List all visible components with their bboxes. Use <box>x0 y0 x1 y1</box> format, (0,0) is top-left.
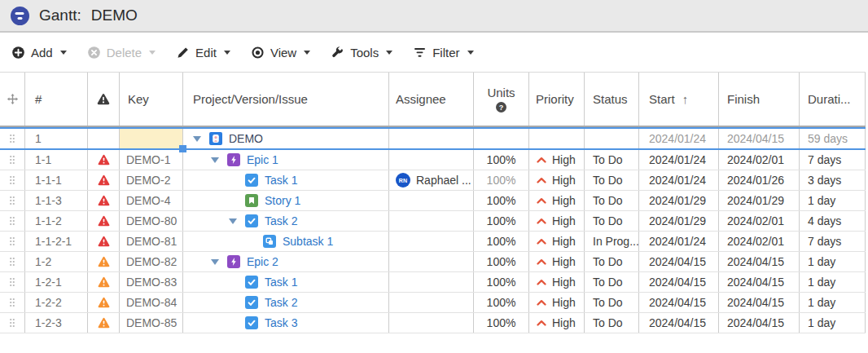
row-drag-handle[interactable] <box>0 129 25 148</box>
column-header-duration[interactable]: Durati... <box>800 73 866 126</box>
warning-cell[interactable] <box>88 150 120 170</box>
start-cell[interactable]: 2024/01/24 <box>639 129 719 148</box>
priority-cell[interactable]: High <box>529 232 585 251</box>
units-cell[interactable] <box>474 129 529 148</box>
finish-cell[interactable]: 2024/02/01 <box>719 232 800 251</box>
collapse-arrow-icon[interactable] <box>229 218 245 224</box>
start-cell[interactable]: 2024/01/24 <box>639 150 719 170</box>
priority-cell[interactable]: High <box>529 272 585 292</box>
key-cell[interactable]: DEMO-84 <box>120 293 183 312</box>
finish-cell[interactable]: 2024/01/29 <box>719 191 800 210</box>
duration-cell[interactable]: 1 day <box>800 252 866 271</box>
issue-link[interactable]: Task 3 <box>265 316 297 329</box>
tools-button[interactable]: Tools <box>331 46 392 60</box>
row-drag-handle[interactable] <box>0 232 25 251</box>
duration-cell[interactable]: 1 day <box>800 313 866 333</box>
issue-cell[interactable]: Task 1 <box>183 272 389 292</box>
row-drag-handle[interactable] <box>0 150 25 170</box>
issue-link[interactable]: Story 1 <box>265 194 300 207</box>
row-drag-handle[interactable] <box>0 272 25 292</box>
units-cell[interactable]: 100% <box>474 232 529 251</box>
status-cell[interactable]: To Do <box>585 170 639 190</box>
priority-cell[interactable] <box>529 129 585 148</box>
assignee-cell[interactable] <box>389 150 474 170</box>
assignee-cell[interactable]: RN Raphael ... <box>389 170 474 190</box>
view-button[interactable]: View <box>251 46 310 60</box>
finish-cell[interactable]: 2024/02/01 <box>719 211 800 231</box>
table-row[interactable]: 1-1-2 DEMO-80 Task 2 100% High To Do 202… <box>0 211 866 232</box>
row-drag-handle[interactable] <box>0 252 25 271</box>
units-cell[interactable]: 100% <box>474 191 529 210</box>
duration-cell[interactable]: 1 day <box>800 272 866 292</box>
row-drag-handle[interactable] <box>0 191 25 210</box>
assignee-cell[interactable] <box>389 272 474 292</box>
duration-cell[interactable]: 7 days <box>800 150 866 170</box>
issue-cell[interactable]: Task 1 <box>183 170 389 190</box>
issue-cell[interactable]: Epic 1 <box>183 150 389 170</box>
assignee-cell[interactable] <box>389 313 474 333</box>
issue-cell[interactable]: Task 2 <box>183 293 389 312</box>
priority-cell[interactable]: High <box>529 313 585 333</box>
key-cell[interactable] <box>120 129 183 148</box>
key-cell[interactable]: DEMO-83 <box>120 272 183 292</box>
finish-cell[interactable]: 2024/04/15 <box>719 252 800 271</box>
start-cell[interactable]: 2024/04/15 <box>639 293 719 312</box>
row-drag-handle[interactable] <box>0 170 25 190</box>
issue-link[interactable]: Task 1 <box>265 174 297 187</box>
units-cell[interactable]: 100% <box>474 313 529 333</box>
column-header-warnings[interactable] <box>88 73 120 126</box>
assignee-cell[interactable] <box>389 129 474 148</box>
column-header-units[interactable]: Units <box>474 73 529 126</box>
finish-cell[interactable]: 2024/01/26 <box>719 170 800 190</box>
status-cell[interactable]: In Prog... <box>585 232 639 251</box>
issue-link[interactable]: Task 2 <box>265 296 297 309</box>
units-cell[interactable]: 100% <box>474 272 529 292</box>
start-cell[interactable]: 2024/01/29 <box>639 211 719 231</box>
assignee-cell[interactable] <box>389 232 474 251</box>
duration-cell[interactable]: 7 days <box>800 232 866 251</box>
priority-cell[interactable]: High <box>529 252 585 271</box>
finish-cell[interactable]: 2024/04/15 <box>719 129 800 148</box>
issue-link[interactable]: Epic 2 <box>247 255 278 268</box>
table-row[interactable]: 1-2-2 DEMO-84 Task 2 100% High To Do 202… <box>0 293 866 313</box>
key-cell[interactable]: DEMO-2 <box>120 170 183 190</box>
row-drag-handle[interactable] <box>0 293 25 312</box>
priority-cell[interactable]: High <box>529 191 585 210</box>
status-cell[interactable]: To Do <box>585 191 639 210</box>
key-cell[interactable]: DEMO-81 <box>120 232 183 251</box>
duration-cell[interactable]: 59 days <box>800 129 866 148</box>
warning-cell[interactable] <box>88 252 120 271</box>
status-cell[interactable]: To Do <box>585 211 639 231</box>
status-cell[interactable]: To Do <box>585 313 639 333</box>
status-cell[interactable]: To Do <box>585 293 639 312</box>
assignee-cell[interactable] <box>389 252 474 271</box>
issue-cell[interactable]: DEMO <box>183 129 389 148</box>
finish-cell[interactable]: 2024/02/01 <box>719 150 800 170</box>
warning-cell[interactable] <box>88 272 120 292</box>
status-cell[interactable]: To Do <box>585 272 639 292</box>
warning-cell[interactable] <box>88 293 120 312</box>
project-name[interactable]: DEMO <box>229 132 263 145</box>
units-cell[interactable]: 100% <box>474 211 529 231</box>
assignee-cell[interactable] <box>389 293 474 312</box>
column-header-drag[interactable] <box>0 73 25 126</box>
issue-link[interactable]: Task 1 <box>265 276 297 289</box>
row-drag-handle[interactable] <box>0 211 25 231</box>
key-cell[interactable]: DEMO-85 <box>120 313 183 333</box>
issue-link[interactable]: Task 2 <box>265 214 297 227</box>
warning-cell[interactable] <box>88 170 120 190</box>
priority-cell[interactable]: High <box>529 293 585 312</box>
priority-cell[interactable]: High <box>529 150 585 170</box>
row-drag-handle[interactable] <box>0 313 25 333</box>
column-header-issue[interactable]: Project/Version/Issue <box>183 73 389 126</box>
priority-cell[interactable]: High <box>529 211 585 231</box>
start-cell[interactable]: 2024/01/24 <box>639 170 719 190</box>
column-header-assignee[interactable]: Assignee <box>389 73 474 126</box>
warning-cell[interactable] <box>88 129 120 148</box>
table-row[interactable]: 1-1-3 DEMO-4 Story 1 100% High To Do 202… <box>0 191 866 211</box>
duration-cell[interactable]: 1 day <box>800 191 866 210</box>
start-cell[interactable]: 2024/01/24 <box>639 232 719 251</box>
collapse-arrow-icon[interactable] <box>211 259 227 265</box>
status-cell[interactable]: To Do <box>585 252 639 271</box>
start-cell[interactable]: 2024/01/29 <box>639 191 719 210</box>
